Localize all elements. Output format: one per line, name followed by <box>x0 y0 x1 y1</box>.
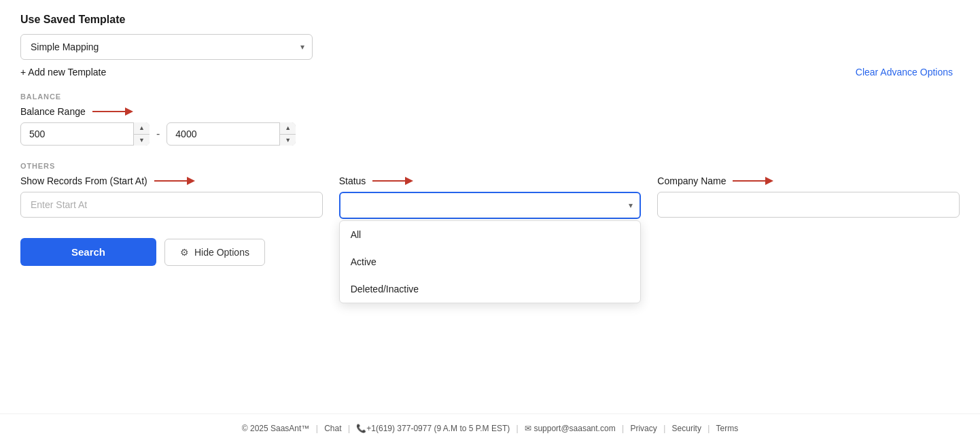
balance-to-input[interactable] <box>167 122 296 146</box>
balance-from-wrapper: ▲ ▼ <box>20 122 150 146</box>
start-at-field-group: Show Records From (Start At) <box>20 175 323 218</box>
use-saved-template-section: Use Saved Template Simple Mapping ▾ + Ad… <box>20 14 960 90</box>
balance-from-spinners: ▲ ▼ <box>133 122 150 146</box>
clear-advance-options-link[interactable]: Clear Advance Options <box>856 67 960 78</box>
company-name-field-group: Company Name <box>657 175 960 218</box>
start-at-arrow-indicator <box>154 176 195 186</box>
hide-options-label: Hide Options <box>194 247 249 258</box>
status-label: Status <box>339 175 366 186</box>
status-dropdown-menu: All Active Deleted/Inactive <box>339 220 642 303</box>
footer-phone: 📞+1(619) 377-0977 (9 A.M to 5 P.M EST) <box>356 424 510 433</box>
footer: © 2025 SaasAnt™ | Chat | 📞+1(619) 377-09… <box>0 413 980 440</box>
balance-to-increment[interactable]: ▲ <box>280 122 296 135</box>
status-option-deleted[interactable]: Deleted/Inactive <box>340 275 641 303</box>
balance-from-decrement[interactable]: ▼ <box>134 135 150 146</box>
footer-privacy-link[interactable]: Privacy <box>630 424 657 433</box>
status-field-group: Status All Active Deleted/Inactive ▾ All… <box>339 175 642 219</box>
add-template-link[interactable]: + Add new Template <box>20 67 106 78</box>
filter-icon: ⚙ <box>180 247 189 258</box>
status-option-all[interactable]: All <box>340 221 641 248</box>
use-saved-template-title: Use Saved Template <box>20 14 960 26</box>
start-at-input[interactable] <box>20 192 323 218</box>
status-arrow-indicator <box>372 176 413 186</box>
others-section: OTHERS Show Records From (Start At) Stat… <box>20 162 960 219</box>
others-section-label: OTHERS <box>20 162 960 170</box>
status-option-active[interactable]: Active <box>340 248 641 275</box>
balance-from-input[interactable] <box>20 122 150 146</box>
company-name-label: Company Name <box>657 175 726 186</box>
status-select[interactable]: All Active Deleted/Inactive <box>339 192 642 219</box>
footer-chat-link[interactable]: Chat <box>324 424 341 433</box>
footer-terms-link[interactable]: Terms <box>716 424 739 433</box>
status-select-wrapper: All Active Deleted/Inactive ▾ All Active… <box>339 192 642 219</box>
company-name-input[interactable] <box>657 192 960 218</box>
balance-range-arrow-indicator <box>92 107 133 116</box>
balance-to-decrement[interactable]: ▼ <box>280 135 296 146</box>
hide-options-button[interactable]: ⚙ Hide Options <box>164 239 265 266</box>
start-at-label: Show Records From (Start At) <box>20 175 147 186</box>
balance-from-increment[interactable]: ▲ <box>134 122 150 135</box>
footer-email: ✉ support@saasant.com <box>525 424 616 433</box>
company-name-arrow-indicator <box>733 176 773 186</box>
balance-to-spinners: ▲ ▼ <box>279 122 296 146</box>
balance-section: BALANCE Balance Range ▲ ▼ - ▲ ▼ <box>20 92 960 146</box>
balance-to-wrapper: ▲ ▼ <box>167 122 296 146</box>
balance-section-label: BALANCE <box>20 92 960 101</box>
search-button[interactable]: Search <box>20 238 156 266</box>
footer-copyright: © 2025 SaasAnt™ <box>242 424 310 433</box>
footer-security-link[interactable]: Security <box>672 424 701 433</box>
template-select[interactable]: Simple Mapping <box>20 34 313 60</box>
template-select-wrapper: Simple Mapping ▾ <box>20 34 313 60</box>
balance-range-label: Balance Range <box>20 106 86 117</box>
balance-range-dash: - <box>155 128 161 140</box>
